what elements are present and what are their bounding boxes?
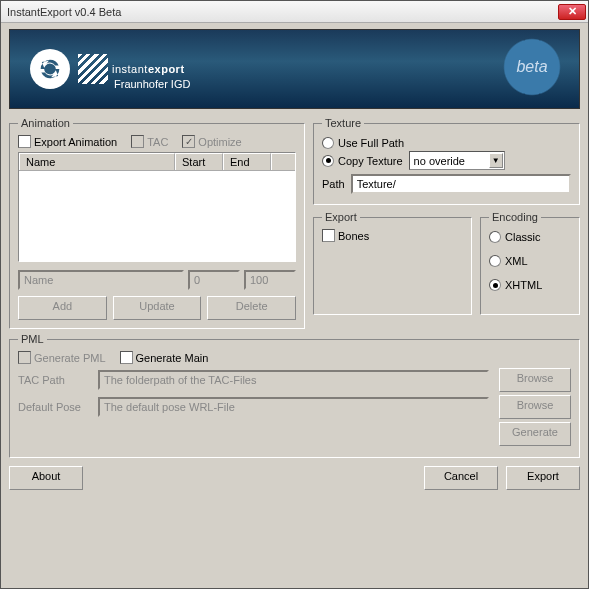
anim-end-input[interactable] xyxy=(244,270,296,290)
optimize-label: Optimize xyxy=(198,136,241,148)
close-icon: ✕ xyxy=(568,5,577,18)
generate-pml-label: Generate PML xyxy=(34,352,106,364)
delete-button[interactable]: Delete xyxy=(207,296,296,320)
pose-browse-button[interactable]: Browse xyxy=(499,395,571,419)
pml-legend: PML xyxy=(18,333,47,345)
chevron-down-icon: ▼ xyxy=(489,153,503,168)
window-close-button[interactable]: ✕ xyxy=(558,4,586,20)
tac-path-input[interactable] xyxy=(98,370,489,390)
optimize-checkbox: ✓Optimize xyxy=(182,135,241,148)
col-start[interactable]: Start xyxy=(175,153,223,170)
classic-radio[interactable]: Classic xyxy=(489,231,571,243)
override-select[interactable]: no overide ▼ xyxy=(409,151,505,170)
encoding-legend: Encoding xyxy=(489,211,541,223)
tac-checkbox: TAC xyxy=(131,135,168,148)
texture-legend: Texture xyxy=(322,117,364,129)
path-input[interactable] xyxy=(351,174,571,194)
col-name[interactable]: Name xyxy=(19,153,175,170)
about-button[interactable]: About xyxy=(9,466,83,490)
use-full-path-label: Use Full Path xyxy=(338,137,404,149)
default-pose-label: Default Pose xyxy=(18,401,88,413)
col-empty xyxy=(271,153,295,170)
content: Animation Export Animation TAC ✓Optimize… xyxy=(1,115,588,588)
bones-label: Bones xyxy=(338,230,369,242)
classic-label: Classic xyxy=(505,231,540,243)
xml-radio[interactable]: XML xyxy=(489,255,571,267)
encoding-group: Encoding Classic XML XHTML xyxy=(480,211,580,315)
export-animation-label: Export Animation xyxy=(34,136,117,148)
override-value: no overide xyxy=(414,155,465,167)
path-label: Path xyxy=(322,178,345,190)
cancel-button[interactable]: Cancel xyxy=(424,466,498,490)
default-pose-input[interactable] xyxy=(98,397,489,417)
export-group: Export Bones xyxy=(313,211,472,315)
generate-main-checkbox[interactable]: Generate Main xyxy=(120,351,209,364)
export-animation-checkbox[interactable]: Export Animation xyxy=(18,135,117,148)
generate-pml-checkbox[interactable]: Generate PML xyxy=(18,351,106,364)
xhtml-label: XHTML xyxy=(505,279,542,291)
export-button[interactable]: Export xyxy=(506,466,580,490)
animation-legend: Animation xyxy=(18,117,73,129)
tac-browse-button[interactable]: Browse xyxy=(499,368,571,392)
banner-title-bold: export xyxy=(148,63,185,75)
animation-group: Animation Export Animation TAC ✓Optimize… xyxy=(9,117,305,329)
anim-start-input[interactable] xyxy=(188,270,240,290)
anim-name-input[interactable] xyxy=(18,270,184,290)
banner-beta-text: beta xyxy=(497,32,567,102)
banner-logo-icon xyxy=(30,49,70,89)
banner-title-light: instant xyxy=(112,63,148,75)
footer: About Cancel Export xyxy=(9,462,580,490)
banner-text: instantexport Fraunhofer IGD xyxy=(112,48,190,90)
window-title: InstantExport v0.4 Beta xyxy=(7,6,558,18)
xml-label: XML xyxy=(505,255,528,267)
tac-label: TAC xyxy=(147,136,168,148)
copy-texture-label: Copy Texture xyxy=(338,155,403,167)
banner: instantexport Fraunhofer IGD beta xyxy=(9,29,580,109)
pml-group: PML Generate PML Generate Main TAC Path … xyxy=(9,333,580,458)
banner-beta-badge: beta xyxy=(497,32,567,102)
banner-stripes-icon xyxy=(78,54,108,84)
copy-texture-radio[interactable]: Copy Texture xyxy=(322,155,403,167)
banner-subtitle: Fraunhofer IGD xyxy=(114,78,190,90)
xhtml-radio[interactable]: XHTML xyxy=(489,279,571,291)
generate-main-label: Generate Main xyxy=(136,352,209,364)
titlebar: InstantExport v0.4 Beta ✕ xyxy=(1,1,588,23)
export-legend: Export xyxy=(322,211,360,223)
add-button[interactable]: Add xyxy=(18,296,107,320)
bones-checkbox[interactable]: Bones xyxy=(322,229,463,242)
col-end[interactable]: End xyxy=(223,153,271,170)
generate-button[interactable]: Generate xyxy=(499,422,571,446)
animation-table[interactable]: Name Start End xyxy=(18,152,296,262)
update-button[interactable]: Update xyxy=(113,296,202,320)
tac-path-label: TAC Path xyxy=(18,374,88,386)
dialog-window: InstantExport v0.4 Beta ✕ instantexport … xyxy=(0,0,589,589)
use-full-path-radio[interactable]: Use Full Path xyxy=(322,137,571,149)
texture-group: Texture Use Full Path Copy Texture no ov… xyxy=(313,117,580,205)
